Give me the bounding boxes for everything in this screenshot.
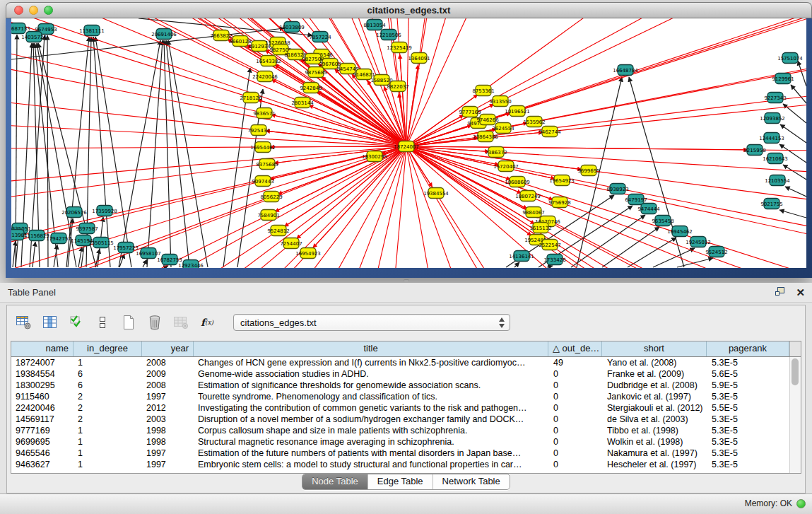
graph-node[interactable]: 1733426 <box>543 255 566 265</box>
graph-node[interactable]: 12444153 <box>759 133 784 144</box>
graph-node[interactable]: 8375685 <box>256 159 278 170</box>
table-cell[interactable]: de Silva et al. (2003) <box>603 414 707 425</box>
table-cell[interactable]: 0 <box>549 402 603 414</box>
tab-network-table[interactable]: Network Table <box>433 474 510 489</box>
table-cell[interactable]: 18300295 <box>11 380 73 391</box>
delete-table-icon[interactable] <box>171 313 191 332</box>
graph-node[interactable]: 11381111 <box>79 25 105 36</box>
table-cell[interactable]: 5.3E-5 <box>707 459 790 470</box>
graph-node[interactable]: 9129961 <box>772 74 794 84</box>
select-rows-icon[interactable] <box>66 313 86 332</box>
graph-node[interactable]: 20691406 <box>151 29 177 40</box>
column-header-short[interactable]: short <box>602 341 707 356</box>
table-cell[interactable]: 2009 <box>142 368 194 380</box>
table-cell[interactable]: 1 <box>73 448 142 459</box>
table-cell[interactable]: 2 <box>73 402 142 414</box>
table-cell[interactable]: Jankovic et al. (1997) <box>603 391 707 402</box>
graph-node[interactable]: 1615132 <box>529 223 551 233</box>
table-cell[interactable]: 1 <box>73 357 142 368</box>
table-cell[interactable]: 0 <box>549 414 603 425</box>
table-cell[interactable]: 1997 <box>142 391 194 402</box>
vertical-scrollbar[interactable] <box>789 357 801 473</box>
graph-node[interactable]: 9524812 <box>267 226 289 236</box>
table-cell[interactable]: Yano et al. (2008) <box>603 357 707 368</box>
table-cell[interactable]: 9465546 <box>11 448 73 459</box>
table-row[interactable]: 969969511998Structural magnetic resonanc… <box>11 436 801 448</box>
graph-node[interactable]: 9756928 <box>548 197 570 208</box>
table-cell[interactable]: 5.3E-5 <box>707 391 790 402</box>
function-builder-icon[interactable]: f(x) <box>197 313 217 332</box>
graph-node[interactable]: 10688609 <box>505 177 530 187</box>
table-cell[interactable]: 5.3E-5 <box>707 436 790 448</box>
graph-node[interactable]: 8822037 <box>387 81 408 92</box>
graph-node[interactable]: 9777169 <box>459 107 481 117</box>
graph-node[interactable]: 9227343 <box>764 93 786 103</box>
table-row[interactable]: 1938455462009Genome-wide association stu… <box>11 368 801 380</box>
table-cell[interactable]: 9777169 <box>11 425 73 436</box>
column-header-in_degree[interactable]: in_degree <box>73 341 142 356</box>
column-header-pagerank[interactable]: pagerank <box>707 341 789 356</box>
graph-node[interactable]: 1535962 <box>523 117 545 127</box>
column-header-year[interactable]: year <box>142 341 194 356</box>
table-cell[interactable]: 2 <box>73 391 142 402</box>
graph-node[interactable]: 8753361 <box>472 86 494 96</box>
graph-node[interactable]: 18300295 <box>362 151 387 162</box>
tab-edge-table[interactable]: Edge Table <box>368 474 433 489</box>
new-column-icon[interactable] <box>119 313 139 332</box>
table-cell[interactable]: Corpus callosum shape and size in male p… <box>194 425 549 436</box>
memory-status-icon[interactable] <box>796 499 806 508</box>
graph-node[interactable]: 19654923 <box>549 175 575 186</box>
window-titlebar[interactable]: citations_edges.txt <box>6 2 812 18</box>
table-cell[interactable]: Stergiakouli et al. (2012) <box>603 402 707 414</box>
table-row[interactable]: 911546021997Tourette syndrome. Phenomeno… <box>11 391 801 402</box>
table-cell[interactable]: Dudbridge et al. (2008) <box>603 380 707 391</box>
close-button-icon[interactable] <box>14 6 23 15</box>
graph-node[interactable]: 8056229 <box>260 192 282 202</box>
table-cell[interactable]: 1 <box>73 425 142 436</box>
table-cell[interactable]: 18724007 <box>11 357 73 368</box>
table-cell[interactable]: Tibbo et al. (1998) <box>603 425 707 436</box>
table-row[interactable]: 946362711997Embryonic stem cells: a mode… <box>11 459 801 470</box>
table-cell[interactable]: 5.9E-5 <box>707 380 790 391</box>
graph-node[interactable]: 16954923 <box>295 248 321 259</box>
table-cell[interactable]: Estimation of the future numbers of pati… <box>194 448 549 459</box>
table-cell[interactable]: 2008 <box>142 357 194 368</box>
table-cell[interactable]: 0 <box>549 391 603 402</box>
table-selector[interactable]: citations_edges.txt <box>233 314 510 331</box>
table-cell[interactable]: 19384554 <box>11 368 73 380</box>
graph-node[interactable]: 7925434 <box>247 125 270 136</box>
table-cell[interactable]: Disruption of a novel member of a sodium… <box>194 414 549 425</box>
graph-node[interactable]: 3624554 <box>492 123 514 134</box>
graph-node[interactable]: 2522547 <box>539 240 560 250</box>
close-panel-icon[interactable]: ✕ <box>796 287 805 298</box>
graph-node[interactable]: 9313550 <box>489 96 511 107</box>
table-cell[interactable]: 0 <box>549 436 603 448</box>
panel-splitter[interactable] <box>0 278 812 283</box>
table-cell[interactable]: Wolkin et al. (1998) <box>603 436 707 448</box>
table-cell[interactable]: 22420046 <box>11 402 73 414</box>
graph-node[interactable]: 9875685 <box>305 67 326 78</box>
table-cell[interactable]: 49 <box>549 357 603 368</box>
graph-node[interactable]: 19245012 <box>686 237 711 247</box>
graph-node[interactable]: 15751074 <box>777 53 803 64</box>
table-row[interactable]: 1830029562008Estimation of significance … <box>11 380 801 391</box>
select-columns-icon[interactable] <box>40 313 60 332</box>
graph-node[interactable]: 9397587 <box>76 223 98 234</box>
row-options-icon[interactable] <box>93 313 112 332</box>
table-cell[interactable]: 2003 <box>142 414 194 425</box>
delete-column-icon[interactable] <box>145 313 165 332</box>
graph-node[interactable]: 9699695 <box>577 165 599 176</box>
table-cell[interactable]: Embryonic stem cells: a model to study s… <box>194 459 549 470</box>
graph-node[interactable]: 12103554 <box>765 175 790 186</box>
table-cell[interactable]: 6 <box>73 368 142 380</box>
graph-node[interactable]: 9097443 <box>252 176 273 187</box>
graph-node[interactable]: 7584901 <box>257 210 279 221</box>
graph-node[interactable]: 9474444 <box>637 204 660 214</box>
graph-node[interactable]: 19384554 <box>423 188 449 199</box>
graph-node[interactable]: 14136141 <box>509 251 534 262</box>
graph-node[interactable]: 7386372 <box>485 147 507 158</box>
table-cell[interactable]: 5.3E-5 <box>707 357 790 368</box>
table-row[interactable]: 946554611997Estimation of the future num… <box>11 448 801 459</box>
table-cell[interactable]: 9115460 <box>11 391 73 402</box>
table-cell[interactable]: Tourette syndrome. Phenomenology and cla… <box>194 391 549 402</box>
